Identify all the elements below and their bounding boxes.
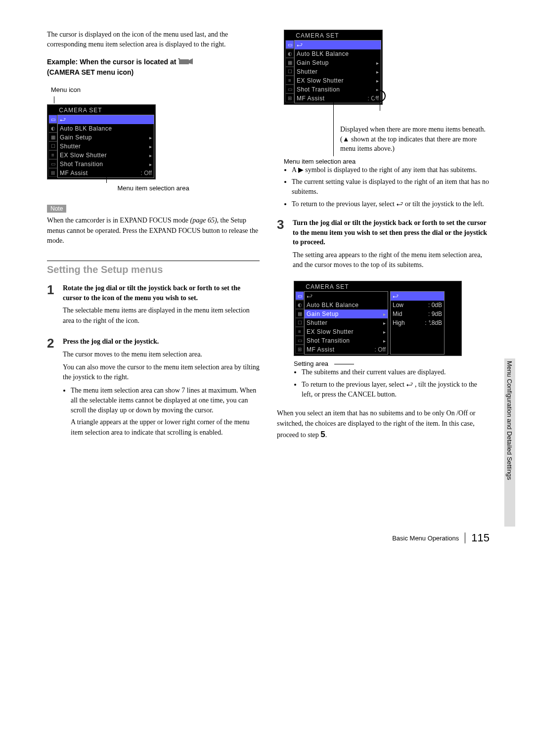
side-icon: ▭ xyxy=(285,40,294,49)
step-3: 3 Turn the jog dial or tilt the joystick… xyxy=(277,218,490,273)
scroll-indicator-ring xyxy=(374,90,386,102)
intro-paragraph: The cursor is displayed on the icon of t… xyxy=(47,30,260,50)
menu-row: Shot Transition▸ xyxy=(295,85,381,94)
side-icons: ▭ ◐ ▦ ☐ ≡ ▭ ⊞ xyxy=(285,40,294,103)
pointer-line xyxy=(54,96,54,103)
menu-row: Shot Transition▸ xyxy=(58,160,154,169)
menu-title: CAMERA SET xyxy=(295,282,460,291)
bullet-item: A ▶ symbol is displayed to the right of … xyxy=(292,165,490,175)
menu-row: ⮐ xyxy=(295,41,381,49)
example-line2: (CAMERA SET menu icon) xyxy=(47,68,134,76)
note-badge: Note xyxy=(47,205,66,213)
step-title: Turn the jog dial or tilt the joystick b… xyxy=(293,218,490,247)
side-icon: ⊞ xyxy=(295,345,304,354)
setting-row: Low: 0dB xyxy=(391,301,444,310)
selection-area-label: Menu item selection area xyxy=(47,184,260,192)
menu-screenshot-1: CAMERA SET ▭ ◐ ▦ ☐ ≡ ▭ ⊞ ⮐ Auto BLK Bala… xyxy=(47,104,260,179)
setting-row: ⮐ xyxy=(391,292,444,301)
step-title: Press the jog dial or the joystick. xyxy=(63,337,260,347)
bullet-item: To return to the previous layer, select … xyxy=(302,380,490,400)
setting-row: High: 18dB xyxy=(391,318,444,327)
step-desc: You can also move the cursor to the menu… xyxy=(63,362,260,383)
side-icon: ◐ xyxy=(285,49,294,58)
menu-icon-label: Menu icon xyxy=(51,86,260,93)
setting-area-label: Setting area xyxy=(294,360,490,367)
menu-row: Auto BLK Balance xyxy=(305,301,388,310)
side-icon: ⊞ xyxy=(48,168,57,177)
scroll-note-text: Displayed when there are more menu items… xyxy=(336,125,490,154)
side-icon: ☐ xyxy=(295,318,304,327)
footer-divider xyxy=(465,533,465,543)
side-tab-label: Menu Configuration and Detailed Settings xyxy=(506,361,513,480)
step2-bullets: The menu item selection area can show 7 … xyxy=(63,386,260,438)
side-icons: ▭ ◐ ▦ ☐ ≡ ▭ ⊞ xyxy=(48,115,57,178)
menu-row: Gain Setup▸ xyxy=(295,58,381,67)
menu-title: CAMERA SET xyxy=(285,31,381,40)
side-icon: ▦ xyxy=(285,58,294,67)
settings-area: ⮐ Low: 0dB Mid: 9dB High: 18dB xyxy=(390,291,445,355)
menu-items: ⮐ Auto BLK Balance Gain Setup▸ Shutter▸ … xyxy=(57,115,154,178)
menu-row: Shot Transition▸ xyxy=(305,336,388,345)
step-desc: The setting area appears to the right of… xyxy=(293,250,490,270)
example-heading: Example: When the cursor is located at (… xyxy=(47,57,260,78)
svg-rect-0 xyxy=(179,59,189,64)
step-1: 1 Rotate the jog dial or tilt the joysti… xyxy=(47,283,260,329)
side-icon: ▭ xyxy=(295,291,304,300)
side-icon: ▭ xyxy=(48,115,57,124)
menu-title: CAMERA SET xyxy=(48,106,154,115)
menu-row: MF Assist: Off xyxy=(305,345,388,354)
step-number: 3 xyxy=(277,218,286,273)
note-text: When the camcorder is in EXPAND FOCUS mo… xyxy=(47,216,260,246)
right-column: CAMERA SET ▭ ◐ ▦ ☐ ≡ ▭ ⊞ ⮐ Auto BLK Bala… xyxy=(277,30,490,447)
bullet-item: The menu item selection area can show 7 … xyxy=(71,386,260,438)
menu-row: EX Slow Shutter▸ xyxy=(58,151,154,160)
left-column: The cursor is displayed on the icon of t… xyxy=(47,30,260,447)
menu-screenshot-3: CAMERA SET ▭ ◐ ▦ ☐ ≡ ▭ ⊞ ⮐ Auto BLK Bala… xyxy=(294,281,490,356)
example-line1: Example: When the cursor is located at xyxy=(47,58,176,66)
side-icons: ▭ ◐ ▦ ☐ ≡ ▭ ⊞ xyxy=(295,291,304,355)
svg-marker-1 xyxy=(189,58,193,64)
menu-items: ⮐ Auto BLK Balance Gain Setup▸ Shutter▸ … xyxy=(294,40,381,103)
page-number: 115 xyxy=(471,532,490,544)
side-icon: ▦ xyxy=(295,309,304,318)
side-icon: ◐ xyxy=(295,300,304,309)
menu-row: EX Slow Shutter▸ xyxy=(295,76,381,85)
side-icon: ◐ xyxy=(48,124,57,133)
section-heading: Setting the Setup menus xyxy=(47,261,260,275)
setting-bullets: The subitems and their current values ar… xyxy=(294,367,490,400)
bullet-item: The subitems and their current values ar… xyxy=(302,367,490,377)
side-icon: ⊞ xyxy=(285,93,294,102)
step-desc: The cursor moves to the menu item select… xyxy=(63,350,260,359)
side-icon: ≡ xyxy=(295,327,304,336)
side-icon: ▭ xyxy=(295,336,304,345)
sub-paragraph: A triangle appears at the upper or lower… xyxy=(71,417,260,438)
step-desc: The selectable menu items are displayed … xyxy=(63,306,260,326)
side-icon: ≡ xyxy=(285,76,294,85)
step-number: 1 xyxy=(47,283,56,329)
menu-row: Shutter▸ xyxy=(305,318,388,327)
menu-row: ⮐ xyxy=(305,292,388,301)
step-title: Rotate the jog dial or tilt the joystick… xyxy=(63,283,260,303)
step-number: 2 xyxy=(47,337,56,440)
menu-items: ⮐ Auto BLK Balance Gain Setup▸ Shutter▸ … xyxy=(304,291,388,355)
footer: Basic Menu Operations 115 xyxy=(47,532,490,544)
bullet-item: To return to the previous layer, select … xyxy=(292,199,490,209)
side-icon: ▭ xyxy=(285,85,294,93)
menu-row: ⮐ xyxy=(58,115,154,124)
side-icon: ≡ xyxy=(48,150,57,159)
side-icon: ☐ xyxy=(48,141,57,150)
menu-row: Shutter▸ xyxy=(295,67,381,76)
menu-row: Gain Setup▸ xyxy=(305,310,388,318)
camera-set-icon xyxy=(178,57,194,68)
menu-screenshot-2: CAMERA SET ▭ ◐ ▦ ☐ ≡ ▭ ⊞ ⮐ Auto BLK Bala… xyxy=(284,30,490,105)
side-icon: ▦ xyxy=(48,133,57,141)
selection-bullets: A ▶ symbol is displayed to the right of … xyxy=(284,165,490,209)
menu-row: MF Assist: Off xyxy=(58,169,154,178)
menu-row: Gain Setup▸ xyxy=(58,133,154,142)
menu-row: Auto BLK Balance xyxy=(295,49,381,58)
footer-title: Basic Menu Operations xyxy=(392,534,459,542)
side-icon: ☐ xyxy=(285,67,294,76)
menu-item-selection-label: Menu item selection area xyxy=(284,158,490,165)
menu-row: Auto BLK Balance xyxy=(58,124,154,133)
step-2: 2 Press the jog dial or the joystick. Th… xyxy=(47,337,260,440)
